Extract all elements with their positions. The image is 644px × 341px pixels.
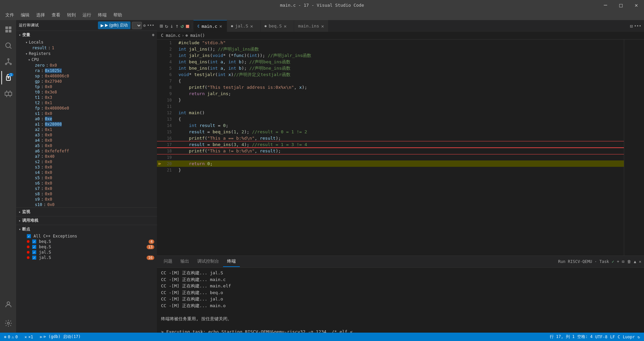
breakpoints-section-header[interactable]: ▾ 断点 [16,225,157,233]
activity-search[interactable] [1,39,15,52]
menu-item-文件[interactable]: 文件 [3,11,17,19]
more-actions-icon[interactable]: ••• [634,24,641,28]
watch-section: ▸ 监视 [16,207,157,216]
terminal-line: CC -[M] 正在构建... jal.S [161,270,640,276]
terminal-line: > Executing task: echo Starting RISCV-QE… [161,329,640,333]
variables-section-header[interactable]: ▾ 变量 ⊕ [16,31,157,39]
terminal-tab-terminal[interactable]: 终端 [223,256,240,267]
terminal-line: CC -[M] 正在构建... main.elf [161,283,640,289]
locals-group-header[interactable]: ▾ Locals [21,39,157,45]
bp-beq-s-2[interactable]: beq.S 13 [21,244,157,250]
menu-item-终端[interactable]: 终端 [95,11,109,19]
status-bar: ⊗ 0 ⚠ 0 ✕ ×1 ⊳ ⊳ (gdb) 启动(17) 行 17, 列 1 … [0,333,644,341]
local-var-result: result : 1 [21,45,157,51]
tab-close-icon[interactable]: ✕ [284,23,286,29]
split-terminal-icon[interactable]: ⊟ [622,259,624,264]
registers-group-header[interactable]: ▾ Registers [21,51,157,57]
play-icon: ⊳ [40,335,42,339]
bp-beq-s-1[interactable]: beq.S 4 [21,239,157,244]
menu-item-查看[interactable]: 查看 [49,11,63,19]
close-panel-icon[interactable]: ✕ [639,259,641,264]
add-watch-icon[interactable]: ⊕ [152,33,154,37]
reg-a4: a4: 0x0 [30,138,157,143]
svg-line-5 [10,47,11,49]
status-language[interactable]: C [616,335,621,339]
debug-step-over-icon[interactable]: ↻ [165,23,168,29]
code-editor[interactable]: 1 #include "stdio.h" 2 int jal_ins(); //… [157,40,624,256]
debug-config-select[interactable] [132,22,142,29]
code-line-15: 15 result = beq_ins(1, 2); //result = 0 … [157,129,624,135]
activity-settings[interactable] [1,317,15,330]
breadcrumb-file[interactable]: C main.c [161,33,180,38]
cpu-group: ▾ CPU zero: 0x0 ra: 0x1025c sp: 0x408006… [21,57,157,207]
code-line-5: 5 int bne_ins(int a, int b); //声明bne_ins… [157,65,624,71]
minimize-button[interactable]: ─ [598,0,613,10]
tab-close-icon[interactable]: ✕ [250,23,253,29]
bp-count: 4 [149,240,154,244]
terminal-line: 终端将被任务重用, 按任意键关闭。 [161,316,640,322]
activity-source-control[interactable] [1,55,15,68]
status-debug-count[interactable]: ✕ ×1 [23,333,35,341]
status-sync[interactable]: ↻ [636,335,641,339]
terminal-content[interactable]: CC -[M] 正在构建... jal.S CC -[M] 正在构建... ma… [157,268,644,333]
status-debug-status[interactable]: ⊳ ⊳ (gdb) 启动(17) [39,333,82,341]
add-terminal-icon[interactable]: + [617,259,619,264]
reg-a7: a7: 0x40 [30,154,157,159]
debug-restart-icon[interactable]: ↺ [181,23,184,29]
call-stack-section-header[interactable]: ▸ 调用堆栈 [16,216,157,225]
activity-explorer[interactable] [1,23,15,36]
activity-extensions[interactable] [1,87,15,100]
tab-main-c[interactable]: C main.c ✕ [194,20,227,32]
tab-close-icon[interactable]: ✕ [219,23,222,29]
reg-t0: t0: 0x3e8 [30,89,157,95]
x-icon: ✕ [24,335,27,339]
split-editor-icon[interactable]: ⊡ [630,23,633,29]
watch-section-header[interactable]: ▸ 监视 [16,208,157,216]
debug-step-into-icon[interactable]: ↓ [170,23,173,29]
debug-step-out-icon[interactable]: ↑ [175,23,179,29]
terminal-tab-output[interactable]: 输出 [176,256,193,267]
terminal-tab-debug[interactable]: 调试控制台 [193,256,223,267]
menu-item-选择[interactable]: 选择 [34,11,48,19]
status-position[interactable]: 行 17, 列 1 [548,334,576,340]
code-line-3: 3 int jalr_ins(void* (*func)(int)); //声明… [157,52,624,59]
terminal-tab-problems[interactable]: 问题 [160,256,176,267]
activity-account[interactable] [1,298,15,311]
status-encoding[interactable]: UTF-8 [594,335,609,339]
menu-item-运行[interactable]: 运行 [80,11,94,19]
menu-item-帮助[interactable]: 帮助 [111,11,125,19]
bp-jal-s-1[interactable]: jal.S [21,250,157,255]
tab-jal-s[interactable]: ● jal.S ✕ [227,20,261,32]
reg-sp: sp: 0x408006c0 [30,73,157,79]
terminal-tab-actions: Run RISCV-QEMU · Task ✓ + ⊟ 🗑 ▲ ✕ [558,259,641,264]
tab-close-icon[interactable]: ✕ [321,23,324,29]
tab-beq-s[interactable]: ● beq.S ✕ [261,20,294,32]
bp-jal-s-2[interactable]: jal.S 16 [21,255,157,260]
menu-item-编辑[interactable]: 编辑 [18,11,32,19]
cpu-group-header[interactable]: ▾ CPU [24,57,157,63]
chevron-down-icon: ▾ [19,33,21,37]
debug-start-button[interactable]: ▶ ▶ (gdb) 启动 [98,21,130,29]
call-stack-section: ▸ 调用堆栈 [16,216,157,225]
close-button[interactable]: ✕ [629,0,644,10]
checkbox-icon [32,250,36,254]
more-icon[interactable]: ••• [147,23,154,28]
maximize-button[interactable]: □ [613,0,629,10]
debug-continue-icon[interactable]: ⊞ [160,23,163,29]
maximize-terminal-icon[interactable]: ▲ [634,259,636,264]
debug-stop-icon[interactable]: ■ [186,23,189,29]
status-line-ending[interactable]: LF [609,335,616,339]
activity-debug[interactable]: 1 [1,71,15,84]
tab-main-ins[interactable]: main.ins ✕ [294,20,328,32]
close-terminal-icon[interactable]: 🗑 [627,259,631,264]
status-user[interactable]: Luopr [622,335,636,339]
status-spaces[interactable]: 空格: 4 [576,334,594,340]
breadcrumb-symbol[interactable]: ⊕ main() [185,33,205,38]
bp-all-exceptions[interactable]: All C++ Exceptions [21,233,157,239]
code-line-18: 18 printf("This a != b:%d\n", result); [157,148,624,154]
gear-icon[interactable]: ⚙ [143,23,146,28]
menu-item-转到[interactable]: 转到 [64,11,78,19]
breakpoints-list: All C++ Exceptions beq.S 4 beq.S 13 [16,233,157,260]
reg-s5: s5: 0x0 [30,175,157,181]
status-errors[interactable]: ⊗ 0 ⚠ 0 [3,333,19,341]
